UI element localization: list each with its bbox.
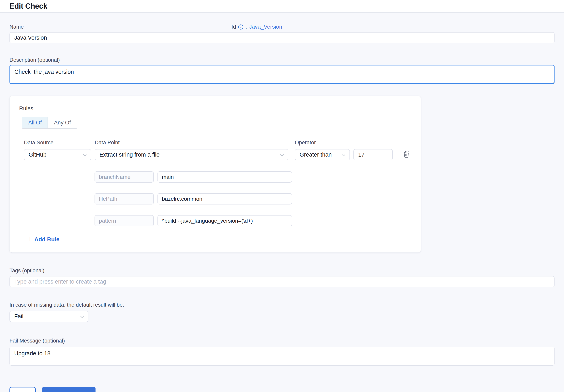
name-header-row: Name Id : Java_Version [10, 24, 282, 30]
rules-card: Rules All Of Any Of Data Source GitHub D… [10, 96, 421, 253]
info-icon[interactable] [238, 24, 243, 30]
plus-icon: + [28, 236, 32, 242]
operator-select[interactable]: Greater than [295, 149, 350, 160]
chevron-down-icon [80, 314, 85, 319]
data-point-column: Data Point Extract string from a file [95, 140, 288, 160]
data-source-column: Data Source GitHub [24, 140, 91, 160]
all-of-button[interactable]: All Of [22, 117, 48, 128]
operator-value: Greater than [299, 151, 332, 158]
default-result-select[interactable]: Fail [10, 311, 88, 322]
comparison-value-column [353, 149, 393, 160]
comparison-value-input[interactable] [353, 149, 393, 160]
fail-message-label: Fail Message (optional) [10, 338, 554, 344]
rule-mode-toggle: All Of Any Of [22, 117, 77, 129]
check-id-link[interactable]: Java_Version [249, 24, 282, 30]
name-label: Name [10, 24, 24, 30]
trash-icon [402, 150, 411, 159]
rules-label: Rules [19, 105, 411, 112]
chevron-down-icon [83, 153, 87, 158]
chevron-down-icon [280, 153, 284, 158]
data-point-value: Extract string from a file [99, 151, 160, 158]
rule-param-row [95, 193, 411, 204]
operator-column: Operator Greater than [295, 140, 350, 160]
data-point-label: Data Point [95, 140, 288, 146]
page-header: Edit Check [0, 0, 564, 13]
rule-row: Data Source GitHub Data Point Extract st… [24, 140, 411, 160]
param-key-filepath[interactable] [95, 193, 154, 204]
rule-param-row [95, 171, 411, 183]
param-value-pattern[interactable] [157, 215, 292, 226]
id-separator: : [245, 24, 247, 30]
any-of-button[interactable]: Any Of [48, 117, 77, 128]
back-button[interactable]: Back [10, 387, 36, 392]
description-textarea[interactable]: Check the java version [10, 65, 554, 84]
description-label: Description (optional) [10, 57, 554, 63]
param-value-filepath[interactable] [157, 193, 292, 204]
page-title: Edit Check [10, 2, 47, 11]
form-actions: Back Save Changes [10, 387, 554, 392]
id-label: Id [231, 24, 236, 30]
param-key-branchname[interactable] [95, 171, 154, 183]
save-changes-button[interactable]: Save Changes [42, 387, 96, 392]
name-input[interactable] [10, 32, 554, 43]
tags-label: Tags (optional) [10, 268, 554, 274]
data-point-select[interactable]: Extract string from a file [95, 149, 288, 160]
add-rule-button[interactable]: + Add Rule [28, 236, 59, 243]
param-value-branchname[interactable] [157, 171, 292, 183]
tags-input[interactable] [10, 276, 554, 287]
fail-message-textarea[interactable]: Upgrade to 18 [10, 347, 554, 365]
param-key-pattern[interactable] [95, 215, 154, 226]
add-rule-label: Add Rule [34, 236, 59, 243]
data-source-label: Data Source [24, 140, 91, 146]
data-source-value: GitHub [28, 151, 46, 158]
data-source-select[interactable]: GitHub [24, 149, 91, 160]
check-id-block: Id : Java_Version [231, 24, 282, 30]
default-result-value: Fail [14, 313, 24, 320]
chevron-down-icon [341, 153, 346, 158]
edit-check-form: Name Id : Java_Version Description (opti… [0, 24, 564, 392]
missing-data-label: In case of missing data, the default res… [10, 302, 554, 308]
delete-rule-button[interactable] [402, 150, 411, 159]
rule-param-row [95, 215, 411, 226]
operator-label: Operator [295, 140, 350, 146]
